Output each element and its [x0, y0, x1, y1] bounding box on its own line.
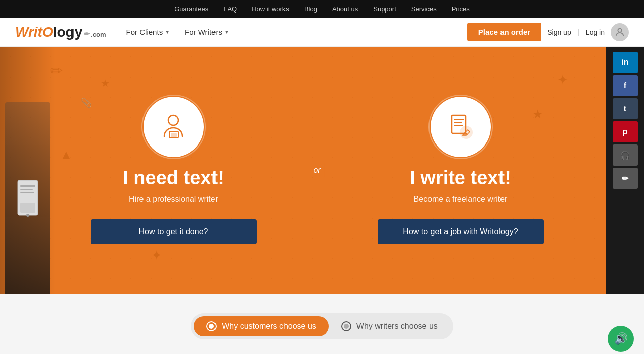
nav-support[interactable]: Support	[373, 5, 396, 13]
nav-blog[interactable]: Blog	[304, 5, 317, 13]
nav-divider: |	[578, 28, 580, 37]
main-header: WritOlogy✒.com For Clients ▼ For Writers…	[0, 18, 644, 47]
sound-button[interactable]: 🔊	[608, 326, 634, 352]
bottom-section: Why customers choose us Why writers choo…	[0, 294, 644, 354]
or-label: or	[309, 163, 324, 177]
logo-logy: logy	[53, 24, 83, 40]
toggle-customers-label: Why customers choose us	[222, 322, 316, 331]
tumblr-button[interactable]: t	[613, 98, 638, 119]
header-right: Place an order Sign up | Log in	[467, 23, 629, 41]
nav-prices[interactable]: Prices	[452, 5, 470, 13]
for-clients-chevron: ▼	[165, 29, 170, 35]
client-icon-circle	[144, 97, 204, 157]
headphones-button[interactable]: 🎧	[613, 144, 638, 166]
hero-right-title: I write text!	[410, 167, 511, 189]
pinterest-button[interactable]: p	[613, 121, 638, 142]
logo-o: O	[42, 24, 53, 40]
hero-content: I need text! Hire a professional writer …	[0, 56, 644, 284]
writer-icon-circle	[431, 97, 491, 157]
log-in-link[interactable]: Log in	[586, 28, 605, 36]
top-navbar: Guarantees FAQ How it works Blog About u…	[0, 0, 644, 18]
facebook-button[interactable]: f	[613, 75, 638, 96]
logo-writ: Writ	[15, 24, 42, 40]
hero-panel-left: I need text! Hire a professional writer …	[40, 87, 307, 254]
toggle-customers-radio	[206, 321, 217, 331]
nav-guarantees[interactable]: Guarantees	[174, 5, 208, 13]
avatar[interactable]	[611, 23, 629, 41]
svg-rect-10	[452, 115, 466, 133]
logo[interactable]: WritOlogy✒.com	[15, 24, 106, 40]
hero-left-title: I need text!	[123, 167, 224, 189]
svg-rect-8	[169, 131, 178, 138]
nav-services[interactable]: Services	[411, 5, 437, 13]
nav-faq[interactable]: FAQ	[224, 5, 237, 13]
for-writers-label: For Writers	[185, 28, 222, 36]
svg-point-0	[618, 28, 621, 32]
edit-button[interactable]: ✏	[613, 168, 638, 189]
svg-rect-13	[454, 125, 463, 126]
hero-right-button[interactable]: How to get a job with Writology?	[378, 219, 544, 244]
hero-left-subtitle: Hire a professional writer	[129, 195, 218, 204]
sign-up-link[interactable]: Sign up	[547, 28, 571, 36]
toggle-customers[interactable]: Why customers choose us	[194, 316, 329, 336]
for-writers-chevron: ▼	[224, 29, 229, 35]
svg-line-15	[468, 130, 470, 132]
svg-point-14	[460, 126, 472, 138]
hero-right-subtitle: Become a freelance writer	[414, 195, 508, 204]
toggle-writers[interactable]: Why writers choose us	[329, 316, 450, 336]
hero-left-button[interactable]: How to get it done?	[91, 219, 257, 244]
for-writers-menu[interactable]: For Writers ▼	[185, 28, 229, 36]
svg-rect-9	[171, 133, 177, 137]
hero-panel-right: I write text! Become a freelance writer …	[327, 87, 594, 254]
for-clients-label: For Clients	[126, 28, 163, 36]
svg-rect-11	[454, 119, 464, 120]
place-order-button[interactable]: Place an order	[467, 23, 541, 41]
social-panel: in f t p 🎧 ✏	[606, 47, 644, 294]
nav-about-us[interactable]: About us	[332, 5, 358, 13]
svg-rect-12	[454, 122, 462, 123]
linkedin-button[interactable]: in	[613, 52, 638, 73]
svg-point-7	[168, 115, 178, 125]
hero-section: ✏ ★ 📎 ▲ ✦ ★ ✦ △	[0, 47, 644, 294]
nav-how-it-works[interactable]: How it works	[252, 5, 289, 13]
logo-com: .com	[91, 31, 106, 38]
header-nav: For Clients ▼ For Writers ▼	[126, 28, 467, 36]
hero-divider: or	[317, 100, 317, 241]
toggle-writers-radio	[341, 321, 351, 331]
toggle-container: Why customers choose us Why writers choo…	[191, 313, 453, 339]
logo-pen: ✒	[83, 29, 90, 39]
for-clients-menu[interactable]: For Clients ▼	[126, 28, 170, 36]
toggle-writers-label: Why writers choose us	[356, 322, 438, 331]
